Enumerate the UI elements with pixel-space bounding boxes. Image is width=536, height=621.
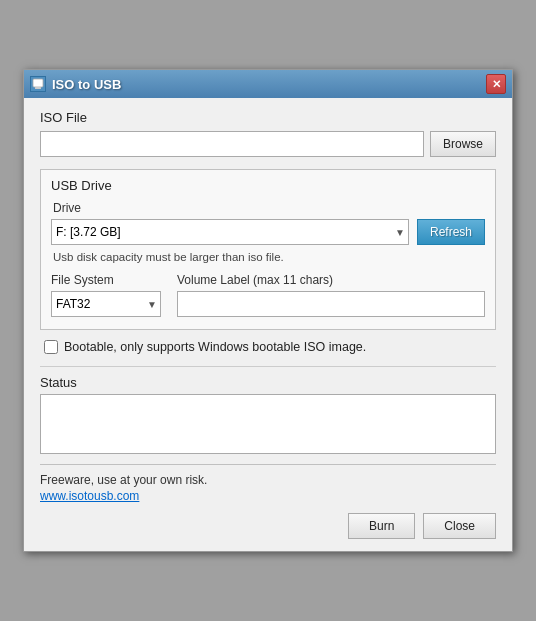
footer-divider [40,464,496,465]
filesystem-label: File System [51,273,161,287]
drive-row: F: [3.72 GB] ▼ Refresh [51,219,485,245]
close-button[interactable]: ✕ [486,74,506,94]
bootable-row: Bootable, only supports Windows bootable… [40,340,496,354]
volume-group: Volume Label (max 11 chars) [177,273,485,317]
bootable-label: Bootable, only supports Windows bootable… [64,340,366,354]
fs-vol-row: File System FAT32 NTFS exFAT ▼ Volume La… [51,273,485,317]
status-label: Status [40,375,496,390]
iso-section-label: ISO File [40,110,496,125]
iso-row: Browse [40,131,496,157]
browse-button[interactable]: Browse [430,131,496,157]
footer: Freeware, use at your own risk. www.isot… [40,473,496,539]
svg-rect-0 [33,79,43,87]
divider-1 [40,366,496,367]
iso-file-input[interactable] [40,131,424,157]
bottom-buttons: Burn Close [40,513,496,539]
window-title: ISO to USB [52,77,121,92]
iso-section: ISO File Browse [40,110,496,157]
svg-rect-1 [35,87,41,89]
close-bottom-button[interactable]: Close [423,513,496,539]
title-bar-left: ISO to USB [30,76,121,92]
status-box [40,394,496,454]
website-link[interactable]: www.isotousb.com [40,489,496,503]
bootable-checkbox[interactable] [44,340,58,354]
status-section: Status [40,375,496,454]
usb-hint: Usb disk capacity must be larger than is… [53,251,485,263]
window-body: ISO File Browse USB Drive Drive F: [3.72… [24,98,512,551]
refresh-button[interactable]: Refresh [417,219,485,245]
drive-select-wrapper: F: [3.72 GB] ▼ [51,219,409,245]
usb-drive-section: USB Drive Drive F: [3.72 GB] ▼ Refresh U… [40,169,496,330]
title-bar: ISO to USB ✕ [24,70,512,98]
filesystem-group: File System FAT32 NTFS exFAT ▼ [51,273,161,317]
filesystem-select-wrapper: FAT32 NTFS exFAT ▼ [51,291,161,317]
drive-select[interactable]: F: [3.72 GB] [51,219,409,245]
drive-label: Drive [53,201,485,215]
burn-button[interactable]: Burn [348,513,415,539]
filesystem-select[interactable]: FAT32 NTFS exFAT [51,291,161,317]
freeware-text: Freeware, use at your own risk. [40,473,496,487]
main-window: ISO to USB ✕ ISO File Browse USB Drive D… [23,69,513,552]
app-icon [30,76,46,92]
volume-label: Volume Label (max 11 chars) [177,273,485,287]
volume-input[interactable] [177,291,485,317]
usb-section-title: USB Drive [51,178,485,193]
